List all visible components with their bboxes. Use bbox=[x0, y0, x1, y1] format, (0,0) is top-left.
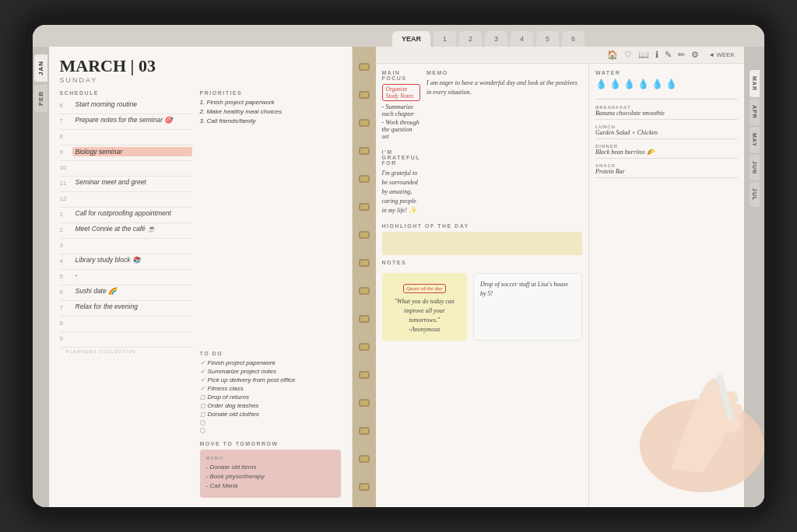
main-focus-box: MAIN FOCUS Organize Study Notes - Summar… bbox=[382, 70, 420, 142]
grateful-box: I'M GRATEFUL FOR I'm grateful to be surr… bbox=[382, 146, 420, 219]
quote-text: "What you do today can improve all your … bbox=[388, 297, 461, 325]
time-row: 8 bbox=[60, 130, 192, 145]
todo-item: ✓ Pick up delivery from post office bbox=[200, 376, 341, 383]
planner-area: MARCH | 03 SUNDAY SCHEDULE 6 Start morni… bbox=[49, 47, 764, 507]
quote-sticky: Quote of the day "What you do today can … bbox=[382, 273, 467, 341]
right-sections: MAIN FOCUS Organize Study Notes - Summar… bbox=[376, 64, 744, 507]
sidebar-item-feb[interactable]: FEB bbox=[34, 85, 47, 112]
todo-item: ✓ Summarize project notes bbox=[200, 368, 341, 375]
time-row: 9 Biology seminar bbox=[60, 145, 192, 161]
time-row: 9 bbox=[60, 332, 192, 348]
lunch-section: LUNCH Garden Salad + Chicken bbox=[595, 124, 738, 139]
priorities-section: PRIORITIES 1. Finish project paperwork 2… bbox=[200, 90, 341, 346]
sidebar-item-jul[interactable]: JUL bbox=[750, 182, 760, 207]
memo-item-3: - Call Maria bbox=[206, 482, 335, 489]
time-row: 1 Call for rustproofing appointment bbox=[60, 208, 192, 223]
water-label: WATER bbox=[595, 70, 738, 75]
notes-area: NOTES Quote of the day "What you do toda… bbox=[382, 260, 582, 501]
priority-2: 2. Make healthy meal choices bbox=[200, 108, 341, 115]
tab-6[interactable]: 6 bbox=[562, 31, 585, 47]
side-tabs-left: JAN FEB bbox=[33, 47, 49, 507]
schedule-label: SCHEDULE bbox=[60, 90, 192, 96]
focus-item-1: - Summarize each chapter bbox=[382, 103, 420, 117]
time-row: 6 Sushi date 🌈 bbox=[60, 285, 192, 301]
ring bbox=[359, 259, 370, 267]
ring bbox=[359, 455, 370, 463]
side-tabs-right: MAR APR MAY JUN JUL bbox=[744, 47, 764, 507]
dropoff-sticky: Drop of soccer stuff at Lisa's house by … bbox=[473, 273, 582, 341]
sidebar-item-mar[interactable]: MAR bbox=[750, 70, 760, 97]
tab-5[interactable]: 5 bbox=[536, 31, 559, 47]
edit-icon[interactable]: ✎ bbox=[665, 50, 672, 60]
ring bbox=[359, 371, 370, 379]
focus-item-2: - Work through the question set bbox=[382, 119, 420, 140]
right-top-row: MAIN FOCUS Organize Study Notes - Summar… bbox=[382, 70, 582, 142]
tab-3[interactable]: 3 bbox=[485, 31, 507, 47]
info-icon[interactable]: ℹ bbox=[655, 50, 658, 60]
pencil-icon[interactable]: ✏ bbox=[678, 50, 685, 60]
sidebar-item-apr[interactable]: APR bbox=[750, 99, 760, 125]
highlight-label: HIGHLIGHT OF THE DAY bbox=[382, 223, 582, 229]
memo-item-1: - Donate old items bbox=[206, 464, 335, 471]
drop-6[interactable]: 💧 bbox=[665, 79, 677, 90]
memo-pink-box: MEMO - Donate old items - Book physiothe… bbox=[200, 450, 341, 498]
grateful-highlight-row: I'M GRATEFUL FOR I'm grateful to be surr… bbox=[382, 146, 582, 219]
dinner-text: Black bean burritos 🌮 bbox=[595, 149, 738, 159]
tab-1[interactable]: 1 bbox=[434, 31, 456, 47]
right-sidebar: WATER 💧 💧 💧 💧 💧 💧 bbox=[588, 64, 744, 507]
memo-item-2: - Book physiotherapy bbox=[206, 473, 335, 480]
ring bbox=[359, 287, 370, 295]
memo-inner-label: MEMO bbox=[206, 456, 335, 460]
memo-label: MEMO bbox=[427, 70, 582, 75]
tab-2[interactable]: 2 bbox=[459, 31, 482, 47]
water-section: WATER 💧 💧 💧 💧 💧 💧 bbox=[595, 70, 738, 90]
drop-5[interactable]: 💧 bbox=[651, 79, 663, 90]
todo-section: TO DO ✓ Finish project paperwork ✓ Summa… bbox=[200, 351, 341, 435]
tab-year[interactable]: YEAR bbox=[392, 31, 430, 47]
drop-1[interactable]: 💧 bbox=[595, 79, 607, 90]
ring bbox=[359, 315, 370, 323]
tab-4[interactable]: 4 bbox=[511, 31, 533, 47]
sidebar-item-jan[interactable]: JAN bbox=[34, 54, 47, 82]
brand-label: PLANNERS COLLECTIVE bbox=[60, 348, 192, 355]
drop-4[interactable]: 💧 bbox=[637, 79, 649, 90]
day-label: SUNDAY bbox=[60, 76, 341, 84]
todo-item: ◻ Order dog leashes bbox=[200, 402, 341, 409]
home-icon[interactable]: 🏠 bbox=[607, 50, 618, 60]
spine bbox=[353, 47, 376, 507]
date-title: MARCH | 03 bbox=[60, 56, 341, 76]
sidebar-item-jun[interactable]: JUN bbox=[750, 155, 760, 180]
right-page: 🏠 ♡ 📖 ℹ ✎ ✏ ⚙ ◄ WEEK bbox=[376, 47, 744, 507]
focus-tag: Organize Study Notes bbox=[382, 84, 420, 101]
quote-tag: Quote of the day bbox=[403, 284, 445, 293]
grateful-label: I'M GRATEFUL FOR bbox=[382, 149, 420, 166]
book-icon[interactable]: 📖 bbox=[638, 50, 649, 60]
time-row: 12 bbox=[60, 192, 192, 208]
todo-label: TO DO bbox=[200, 351, 341, 356]
ring bbox=[359, 91, 370, 99]
drop-3[interactable]: 💧 bbox=[623, 79, 635, 90]
sticky-row: Quote of the day "What you do today can … bbox=[382, 273, 582, 341]
ring bbox=[359, 203, 370, 211]
ring bbox=[359, 63, 370, 71]
gear-icon[interactable]: ⚙ bbox=[691, 50, 699, 60]
breakfast-text: Banana chocolate smoothie bbox=[595, 110, 738, 120]
time-row: 3 bbox=[60, 239, 192, 254]
week-label[interactable]: ◄ WEEK bbox=[708, 51, 735, 58]
heart-icon[interactable]: ♡ bbox=[624, 50, 632, 60]
drop-2[interactable]: 💧 bbox=[609, 79, 621, 90]
ring bbox=[359, 343, 370, 351]
highlight-section: HIGHLIGHT OF THE DAY bbox=[382, 223, 582, 255]
move-tomorrow-section: MOVE TO TOMORROW MEMO - Donate old items… bbox=[200, 441, 341, 498]
time-row: 11 Seminar meet and greet bbox=[60, 177, 192, 192]
ring bbox=[359, 175, 370, 183]
snack-text: Protein Bar bbox=[595, 168, 738, 178]
sidebar-item-may[interactable]: MAY bbox=[750, 127, 760, 153]
ring bbox=[359, 147, 370, 155]
todo-item: ◻ Drop of returns bbox=[200, 394, 341, 401]
lunch-text: Garden Salad + Chicken bbox=[595, 129, 738, 139]
time-row: 7 Prepare notes for the seminar 🎯 bbox=[60, 114, 192, 130]
time-row: 5 - bbox=[60, 270, 192, 285]
todo-item: ✓ Fitness class bbox=[200, 385, 341, 392]
ring bbox=[359, 119, 370, 127]
